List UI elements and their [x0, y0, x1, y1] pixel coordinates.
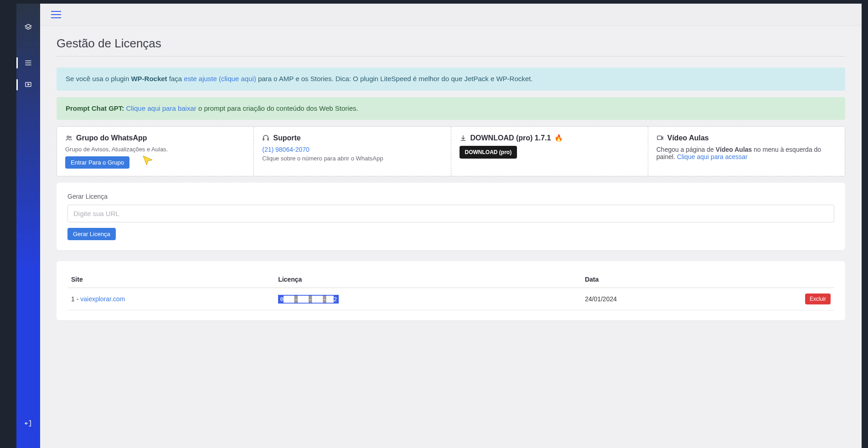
alert-text: o prompt para criação do conteúdo dos We…: [196, 104, 358, 112]
card-text: Chegou a página de: [656, 146, 716, 153]
sidebar-logout[interactable]: [16, 412, 40, 434]
users-icon: [65, 134, 72, 142]
row-date: 24/01/2024: [581, 288, 719, 310]
license-key-selected[interactable]: 0███-███-███-██2: [278, 295, 339, 304]
card-video: Vídeo Aulas Chegou a página de Vídeo Aul…: [648, 127, 845, 176]
sidebar-item-licenses[interactable]: [16, 52, 40, 74]
alert-text: Se você usa o plugin: [66, 75, 131, 82]
licenses-table-panel: Site Licença Data 1 - vaiexplorar.com: [57, 261, 845, 320]
svg-rect-9: [268, 139, 269, 140]
alert-text: faça: [167, 75, 184, 82]
info-cards-row: Grupo do WhatsApp Grupo de Avisos, Atual…: [57, 126, 845, 176]
row-index: 1 -: [71, 295, 80, 303]
svg-marker-0: [25, 24, 31, 28]
video-icon: [656, 134, 664, 142]
topbar: [40, 4, 862, 26]
th-license: Licença: [274, 271, 581, 288]
svg-rect-8: [263, 139, 264, 140]
alert-strong: Prompt Chat GPT:: [66, 104, 126, 112]
video-access-link[interactable]: Clique aqui para acessar: [677, 153, 748, 160]
menu-toggle-icon[interactable]: [51, 11, 61, 18]
alert-link[interactable]: este ajuste (clique aqui): [184, 75, 256, 82]
support-phone-link[interactable]: (21) 98064-2070: [262, 146, 442, 153]
site-link[interactable]: vaiexplorar.com: [80, 295, 125, 303]
sidebar-logo[interactable]: [16, 16, 40, 38]
sidebar: [16, 4, 40, 448]
download-icon: [460, 134, 467, 142]
alert-link[interactable]: Clique aqui para baixar: [126, 104, 196, 112]
alert-text: para o AMP e os Stories. Dica: O plugin …: [256, 75, 533, 82]
join-group-button[interactable]: Entrar Para o Grupo: [65, 156, 129, 169]
card-title: DOWNLOAD (pro) 1.7.1: [470, 134, 551, 142]
generate-license-button[interactable]: Gerar Licença: [67, 228, 116, 240]
card-strong: Vídeo Aulas: [716, 146, 752, 153]
delete-button[interactable]: Excluir: [805, 294, 831, 304]
table-row: 1 - vaiexplorar.com 0███-███-███-██2 24/…: [67, 288, 834, 310]
alert-strong: WP-Rocket: [131, 75, 167, 82]
svg-marker-5: [28, 84, 29, 85]
content: Gestão de Licenças Se você usa o plugin …: [40, 26, 862, 448]
licenses-table: Site Licença Data 1 - vaiexplorar.com: [67, 271, 834, 310]
svg-rect-10: [657, 136, 661, 139]
url-input[interactable]: [67, 205, 834, 222]
download-pro-button[interactable]: DOWNLOAD (pro): [460, 146, 517, 159]
panel-label: Gerar Licença: [67, 193, 834, 200]
card-whatsapp: Grupo do WhatsApp Grupo de Avisos, Atual…: [57, 127, 254, 176]
th-actions: [719, 271, 834, 288]
card-desc: Grupo de Avisos, Atualizações e Aulas.: [65, 146, 245, 153]
th-site: Site: [67, 271, 274, 288]
card-download: DOWNLOAD (pro) 1.7.1 🔥 DOWNLOAD (pro): [451, 127, 648, 176]
headset-icon: [262, 134, 269, 142]
alert-chatgpt: Prompt Chat GPT: Clique aqui para baixar…: [57, 97, 845, 120]
card-title: Vídeo Aulas: [667, 134, 709, 142]
th-date: Data: [581, 271, 719, 288]
page-title: Gestão de Licenças: [57, 36, 845, 57]
svg-point-6: [67, 136, 69, 138]
main-area: Gestão de Licenças Se você usa o plugin …: [40, 4, 862, 448]
fire-icon: 🔥: [554, 134, 563, 142]
card-desc: Clique sobre o número para abrir o Whats…: [262, 155, 442, 162]
generate-license-panel: Gerar Licença Gerar Licença: [57, 183, 845, 250]
sidebar-item-videos[interactable]: [16, 74, 40, 96]
card-title: Suporte: [273, 134, 300, 142]
svg-point-7: [70, 136, 71, 138]
alert-wprocket: Se você usa o plugin WP-Rocket faça este…: [57, 67, 845, 91]
card-title: Grupo do WhatsApp: [76, 134, 147, 142]
card-support: Suporte (21) 98064-2070 Clique sobre o n…: [254, 127, 451, 176]
